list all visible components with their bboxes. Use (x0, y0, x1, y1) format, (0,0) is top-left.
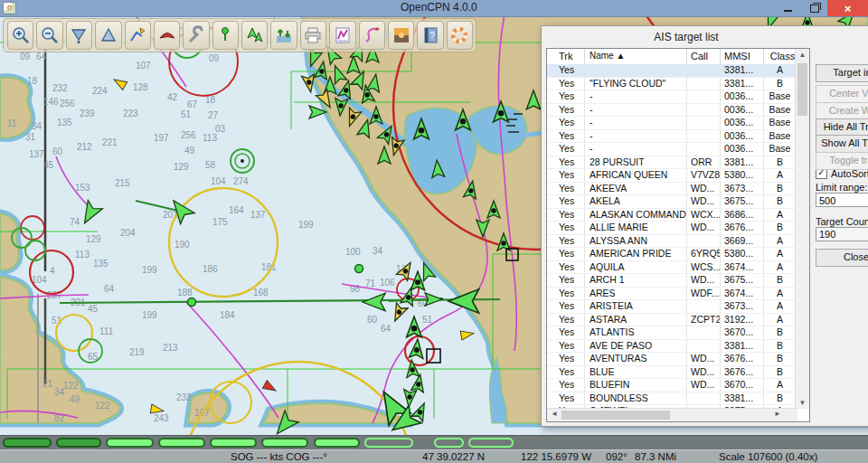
chart-segment[interactable] (314, 438, 360, 448)
auto-follow-button[interactable] (154, 21, 180, 50)
cell: ARISTEIA (585, 300, 687, 313)
close-button[interactable]: Close (816, 249, 868, 267)
cell: ASTARA (585, 314, 687, 326)
table-row[interactable]: Yes-0036...Base (547, 130, 797, 144)
table-row[interactable]: Yes28 PURSUITORR3381...B (547, 156, 797, 170)
svg-text:58: 58 (205, 160, 216, 170)
table-row[interactable]: YesAVE DE PASO3381...B (547, 340, 797, 354)
currents-icon (274, 25, 294, 45)
route-manager-button[interactable] (329, 21, 355, 50)
enc-text-button[interactable] (212, 21, 239, 50)
chart-segment[interactable] (106, 438, 154, 448)
scale-in-icon (99, 25, 118, 45)
chart-segment[interactable] (468, 438, 514, 448)
scale-out-button[interactable] (66, 21, 92, 50)
target-info-button[interactable]: Target info (816, 64, 868, 82)
horizontal-scrollbar[interactable]: ◄ ► (547, 408, 797, 421)
cell: - (585, 104, 687, 117)
cell: A (764, 288, 797, 300)
cell (687, 340, 721, 353)
show-all-tracks-button[interactable]: Show All Tracks (816, 135, 868, 153)
vertical-scrollbar[interactable]: ▲ ▼ (795, 49, 809, 409)
column-header-call[interactable]: Call (687, 49, 721, 64)
cell: Yes (547, 366, 585, 379)
table-row[interactable]: Yes3381...A (547, 64, 797, 78)
vscroll-thumb[interactable] (797, 63, 807, 116)
zoom-out-button[interactable] (36, 21, 62, 50)
chart-segment[interactable] (56, 438, 101, 448)
table-row[interactable]: YesAFRICAN QUEENV7VZ85380...A (547, 169, 797, 183)
column-header-class[interactable]: Class (764, 49, 797, 64)
print-button[interactable] (300, 21, 326, 50)
table-row[interactable]: Yes-0036...Base (547, 104, 797, 118)
table-row[interactable]: YesAKELAWD...3675...B (547, 195, 797, 209)
table-row[interactable]: YesBOUNDLESS3381...B (547, 392, 797, 406)
chart-segment[interactable] (210, 438, 257, 448)
table-row[interactable]: YesAMERICAN PRIDE6YRQ55380...A (547, 248, 797, 261)
scroll-down-icon[interactable]: ▼ (796, 399, 809, 407)
table-row[interactable]: YesALYSSA ANN3669...A (547, 235, 797, 249)
cell: WDF... (687, 288, 721, 300)
table-row[interactable]: YesAQUILAWCS...3674...A (547, 261, 797, 275)
svg-text:100: 100 (345, 247, 361, 257)
table-row[interactable]: YesBLUEFINWD...3670...A (547, 379, 797, 392)
currents-button[interactable] (270, 21, 297, 50)
settings-button[interactable] (183, 21, 209, 50)
svg-text:199: 199 (142, 265, 157, 275)
minimize-button[interactable] (775, 0, 801, 16)
scale-in-button[interactable] (95, 21, 121, 50)
hide-all-tracks-button[interactable]: Hide All Tracks (816, 118, 868, 137)
table-row[interactable]: YesATLANTIS3670...B (547, 326, 797, 340)
cell: 0036... (721, 117, 764, 129)
cell: A (764, 209, 797, 222)
close-window-button[interactable]: × (827, 0, 868, 16)
svg-text:239: 239 (80, 109, 95, 118)
print-icon (303, 25, 323, 45)
svg-text:31: 31 (25, 132, 36, 142)
chart-segment[interactable] (158, 438, 205, 448)
limit-range-input[interactable] (816, 193, 868, 207)
table-row[interactable]: YesAVENTURASWD...3676...B (547, 353, 797, 366)
cell: "FLYING CLOUD" (585, 78, 687, 90)
longitude-readout: 122 15.6979 W (521, 451, 591, 462)
zoom-in-button[interactable] (7, 21, 33, 50)
mob-button[interactable] (447, 21, 473, 50)
table-row[interactable]: Yes-0036...Base (547, 90, 797, 104)
cell: 3670... (721, 379, 764, 392)
table-row[interactable]: YesARESWDF...3674...A (547, 288, 797, 301)
help-button[interactable]: ? (417, 21, 443, 50)
chart-segment[interactable] (434, 438, 464, 448)
table-row[interactable]: YesAKEEVAWD...3673...B (547, 183, 797, 196)
column-header-mmsi[interactable]: MMSI (721, 49, 764, 64)
table-row[interactable]: YesALASKAN COMMANDWCX...3686...A (547, 209, 797, 222)
zoom-in-icon (11, 25, 31, 45)
column-header-name[interactable]: Name ▲ (585, 49, 687, 64)
table-row[interactable]: YesASTARAZCPT23192...A (547, 314, 797, 327)
scale-out-icon (69, 25, 89, 45)
track-button[interactable] (359, 21, 385, 50)
color-scheme-button[interactable] (388, 21, 414, 50)
table-row[interactable]: YesALLIE MARIEWD...3676...B (547, 222, 797, 235)
chart-segment[interactable] (364, 438, 413, 448)
maximize-button[interactable] (801, 0, 827, 16)
scroll-right-icon[interactable]: ► (774, 410, 781, 418)
table-row[interactable]: YesBLUEWD...3676...B (547, 366, 797, 380)
chart-segment[interactable] (261, 438, 308, 448)
svg-text:64: 64 (36, 52, 47, 61)
svg-text:09: 09 (20, 52, 31, 61)
table-row[interactable]: YesARISTEIA3673...A (547, 300, 797, 314)
cell: Yes (547, 340, 585, 353)
target-count-label: Target Count (816, 216, 868, 227)
ais-button[interactable] (241, 21, 268, 50)
column-header-trk[interactable]: Trk (547, 49, 585, 64)
table-row[interactable]: Yes-0036...Base (547, 143, 797, 156)
scroll-up-icon[interactable]: ▲ (796, 51, 809, 59)
table-row[interactable]: Yes"FLYING CLOUD"3381...B (547, 78, 797, 91)
scroll-left-icon[interactable]: ◄ (551, 410, 558, 418)
chart-segment[interactable] (3, 438, 52, 448)
table-row[interactable]: YesARCH 1WD...3675...B (547, 274, 797, 288)
cell: Yes (547, 90, 585, 103)
create-route-button[interactable] (125, 21, 151, 50)
hscroll-thumb[interactable] (561, 411, 670, 420)
table-row[interactable]: Yes-0036...Base (547, 117, 797, 130)
